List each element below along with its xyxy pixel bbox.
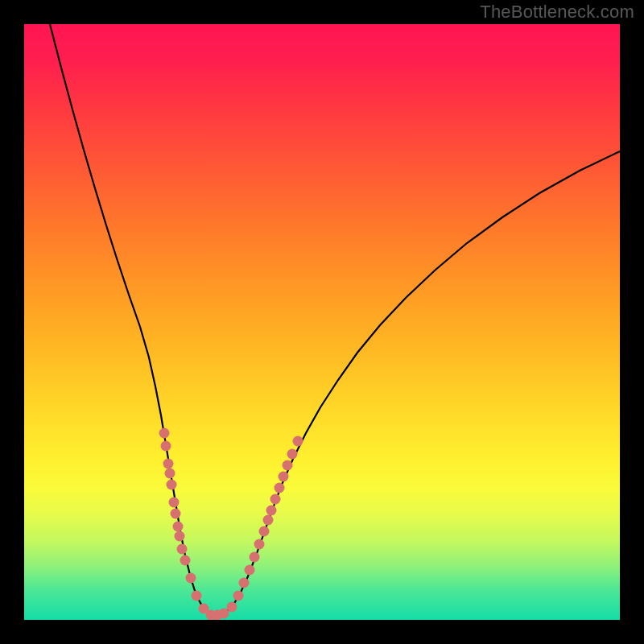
sample-dot <box>173 522 184 532</box>
plot-area <box>24 24 620 620</box>
dots-left-group <box>159 428 229 621</box>
sample-dot <box>270 494 281 505</box>
sample-dot <box>287 449 298 460</box>
sample-dot <box>177 544 188 555</box>
sample-dot <box>279 472 289 482</box>
right-branch-curve <box>211 151 620 615</box>
sample-dot <box>266 506 277 516</box>
sample-dot <box>167 480 177 490</box>
sample-dot <box>227 602 237 613</box>
chart-stage: TheBottleneck.com <box>0 0 644 644</box>
sample-dot <box>263 515 274 526</box>
sample-dot <box>163 459 174 469</box>
sample-dot <box>161 441 171 452</box>
sample-dot <box>165 469 175 479</box>
sample-dot <box>233 591 244 601</box>
sample-dot <box>171 509 181 519</box>
sample-dot <box>186 573 196 584</box>
sample-dot <box>192 591 202 601</box>
sample-dot <box>293 436 303 447</box>
sample-dot <box>275 483 285 493</box>
sample-dot <box>159 428 170 439</box>
sample-dot <box>250 552 260 563</box>
sample-dot <box>180 555 191 566</box>
sample-dot <box>245 565 255 576</box>
sample-dot <box>283 460 293 471</box>
sample-dot <box>254 539 265 550</box>
sample-dot <box>169 497 180 508</box>
curves-svg <box>24 24 620 620</box>
watermark-text: TheBottleneck.com <box>480 2 634 23</box>
sample-dot <box>259 526 270 537</box>
sample-dot <box>239 578 250 588</box>
sample-dot <box>175 531 185 542</box>
left-branch-curve <box>50 24 211 615</box>
dots-right-group <box>227 436 303 613</box>
